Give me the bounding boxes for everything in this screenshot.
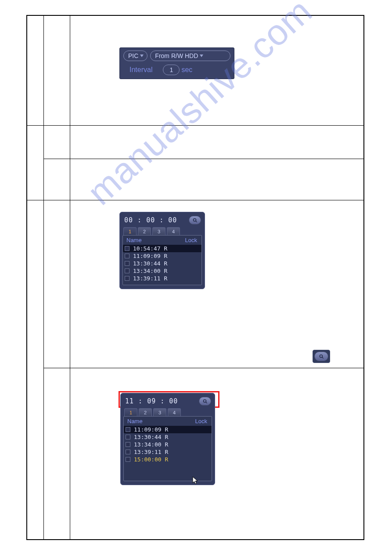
list-item[interactable]: 11:09:09 R: [124, 426, 212, 433]
pic-interval-panel: PIC From R/W HDD Interval 1 sec: [119, 47, 234, 79]
search-icon: [319, 354, 324, 359]
pic-dropdown-label: PIC: [128, 52, 138, 59]
channel-tab-2[interactable]: 2: [139, 408, 152, 416]
search-panel-2: 11 : 09 : 00 1234 Name: [120, 393, 215, 485]
list-item[interactable]: 13:39:11 R: [124, 448, 212, 456]
source-dropdown-label: From R/W HDD: [155, 52, 198, 59]
list-item-label: 13:34:00 R: [134, 441, 168, 448]
time-input[interactable]: 11 : 09 : 00: [125, 397, 178, 405]
page-frame: manualshive.com PIC From R/W HDD: [26, 15, 364, 540]
list-item-label: 13:39:11 R: [133, 275, 167, 282]
file-list: Name Lock 11:09:09 R13:30:44 R13:34:00 R…: [123, 416, 212, 481]
cell-r1c3: PIC From R/W HDD Interval 1 sec: [70, 16, 364, 126]
svg-point-2: [320, 355, 322, 357]
checkbox[interactable]: [125, 276, 129, 281]
svg-line-5: [205, 402, 207, 403]
list-item[interactable]: 13:39:11 R: [123, 275, 201, 282]
svg-line-3: [322, 357, 323, 358]
list-item-label: 10:54:47 R: [133, 245, 167, 252]
layout-table: PIC From R/W HDD Interval 1 sec: [27, 15, 364, 540]
search-icon: [203, 399, 208, 404]
search-button[interactable]: [199, 397, 211, 406]
channel-tab-3[interactable]: 3: [152, 227, 165, 235]
search-button[interactable]: [189, 216, 201, 225]
cell-r4c3: 00 : 00 : 00 1234 Name: [70, 200, 364, 368]
search-icon: [193, 218, 198, 223]
interval-value-field[interactable]: 1: [163, 65, 180, 75]
list-item[interactable]: 13:30:44 R: [124, 433, 212, 441]
cell-r5c3: 11 : 09 : 00 1234 Name: [70, 368, 364, 540]
channel-tabs: 1234: [122, 225, 203, 235]
chevron-down-icon: [200, 54, 203, 57]
list-item-label: 13:34:00 R: [133, 268, 167, 274]
channel-tab-3[interactable]: 3: [153, 408, 166, 416]
col-lock-header: Lock: [195, 418, 207, 424]
file-list: Name Lock 10:54:47 R11:09:09 R13:30:44 R…: [122, 235, 202, 285]
checkbox[interactable]: [126, 427, 130, 432]
cell-r2c1: [27, 126, 44, 200]
pic-dropdown[interactable]: PIC: [123, 51, 147, 61]
search-button[interactable]: [314, 352, 328, 361]
channel-tab-1[interactable]: 1: [123, 227, 137, 235]
checkbox[interactable]: [126, 435, 130, 439]
list-item-label: 11:09:09 R: [134, 426, 168, 433]
cell-r4c1: [27, 200, 44, 540]
col-name-header: Name: [127, 418, 143, 424]
time-input[interactable]: 00 : 00 : 00: [124, 216, 177, 224]
cell-r2c2: [44, 126, 70, 159]
checkbox[interactable]: [125, 268, 129, 273]
list-item-label: 13:30:44 R: [133, 260, 167, 267]
list-item[interactable]: 13:34:00 R: [123, 267, 201, 275]
channel-tabs: 1234: [122, 406, 213, 416]
list-item[interactable]: 11:09:09 R: [123, 252, 201, 260]
list-item-label: 11:09:09 R: [133, 253, 167, 259]
checkbox[interactable]: [126, 457, 130, 462]
list-item[interactable]: 15:00:00 R: [124, 456, 212, 463]
col-lock-header: Lock: [185, 237, 197, 243]
svg-line-1: [195, 221, 197, 222]
cell-r4c2: [44, 200, 70, 368]
col-name-header: Name: [126, 237, 142, 243]
channel-tab-1[interactable]: 1: [124, 408, 137, 416]
source-dropdown[interactable]: From R/W HDD: [150, 51, 230, 61]
list-item[interactable]: 10:54:47 R: [123, 245, 201, 252]
svg-point-4: [203, 399, 206, 402]
search-panel-1: 00 : 00 : 00 1234 Name: [119, 212, 205, 289]
checkbox[interactable]: [125, 261, 129, 266]
list-item[interactable]: 13:30:44 R: [123, 260, 201, 267]
list-item[interactable]: 13:34:00 R: [124, 441, 212, 448]
sec-label: sec: [181, 66, 192, 74]
interval-label: Interval: [129, 66, 152, 74]
inline-search-icon-box: [313, 350, 330, 363]
checkbox[interactable]: [125, 246, 129, 251]
chevron-down-icon: [140, 54, 144, 57]
cell-r2c3: [70, 126, 364, 159]
cell-r5c2: [44, 368, 70, 540]
cell-r3c2: [44, 159, 70, 200]
list-item-label: 13:30:44 R: [134, 434, 168, 440]
checkbox[interactable]: [126, 450, 130, 454]
channel-tab-4[interactable]: 4: [167, 227, 180, 235]
cell-r1c2: [44, 16, 70, 126]
list-item-label: 13:39:11 R: [134, 449, 168, 455]
cell-r1c1: [27, 16, 44, 126]
channel-tab-4[interactable]: 4: [168, 408, 181, 416]
list-item-label: 15:00:00 R: [134, 456, 168, 463]
checkbox[interactable]: [125, 254, 129, 258]
svg-point-0: [193, 218, 196, 221]
channel-tab-2[interactable]: 2: [138, 227, 151, 235]
checkbox[interactable]: [126, 442, 130, 447]
cell-r3c3: [70, 159, 364, 200]
